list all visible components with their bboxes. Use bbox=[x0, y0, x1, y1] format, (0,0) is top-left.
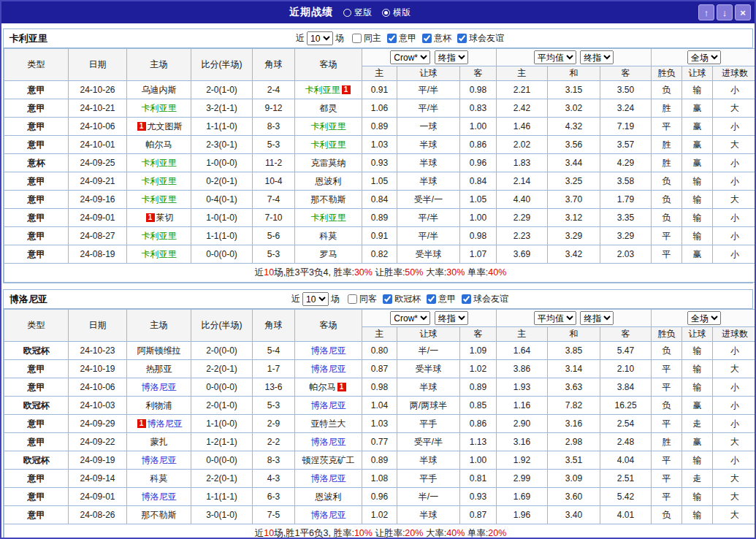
scope-select[interactable]: 全场 bbox=[687, 50, 721, 64]
result-handicap: 走 bbox=[682, 415, 713, 433]
away-team[interactable]: 博洛尼亚 bbox=[311, 400, 346, 410]
home-team[interactable]: 博洛尼亚 bbox=[142, 492, 177, 502]
checkbox-input[interactable] bbox=[348, 294, 357, 304]
home-cell: 1博洛尼亚 bbox=[127, 415, 191, 433]
view-mode-radio-vertical[interactable]: 竖版 bbox=[343, 7, 372, 19]
odds-away: 0.89 bbox=[460, 378, 497, 397]
match-date: 24-10-23 bbox=[69, 342, 127, 360]
corner-score: 7-5 bbox=[253, 506, 295, 524]
result-outcome: 负 bbox=[652, 81, 682, 99]
column-header-date: 日期 bbox=[69, 310, 127, 342]
home-team[interactable]: 博洛尼亚 bbox=[142, 382, 177, 392]
home-team[interactable]: 卡利亚里 bbox=[142, 158, 177, 168]
checkbox-input[interactable] bbox=[427, 294, 436, 304]
away-cell: 卡利亚里 bbox=[295, 118, 362, 136]
filter-checkbox[interactable]: 同主 bbox=[352, 32, 381, 45]
odds-away: 0.93 bbox=[460, 488, 497, 506]
summary-part: 近 bbox=[255, 267, 264, 278]
odds-away: 0.83 bbox=[460, 99, 497, 118]
company-select[interactable]: Crow* bbox=[390, 50, 430, 64]
league-type: 意甲 bbox=[4, 245, 69, 264]
average-select[interactable]: 平均值 bbox=[534, 50, 576, 64]
average-select[interactable]: 平均值 bbox=[534, 311, 576, 325]
corner-score: 5-6 bbox=[253, 227, 295, 245]
final-index-select-2[interactable]: 终指 bbox=[580, 50, 614, 64]
filter-checkbox[interactable]: 意杯 bbox=[422, 32, 451, 45]
filter-checkbox[interactable]: 球会友谊 bbox=[457, 32, 504, 45]
match-date: 24-09-19 bbox=[69, 451, 127, 470]
result-handicap: 赢 bbox=[682, 99, 713, 118]
league-type: 意甲 bbox=[4, 506, 69, 524]
recent-results-window: 近期战绩 竖版 横版 ↑ ↓ × 卡利亚里 近 10 场 同主意甲意杯球会友谊 bbox=[0, 0, 756, 539]
away-cell: 博洛尼亚 bbox=[295, 470, 362, 488]
filter-checkbox[interactable]: 意甲 bbox=[427, 293, 456, 305]
final-index-select[interactable]: 终指 bbox=[435, 50, 468, 64]
away-team[interactable]: 博洛尼亚 bbox=[311, 437, 346, 447]
home-team[interactable]: 卡利亚里 bbox=[142, 103, 177, 113]
checkbox-input[interactable] bbox=[462, 294, 471, 304]
scroll-down-button[interactable]: ↓ bbox=[717, 4, 733, 20]
checkbox-input[interactable] bbox=[352, 34, 362, 43]
close-button[interactable]: × bbox=[735, 4, 751, 20]
league-type: 意甲 bbox=[4, 415, 69, 433]
home-team[interactable]: 卡利亚里 bbox=[142, 176, 177, 186]
away-team[interactable]: 博洛尼亚 bbox=[311, 364, 346, 374]
away-team: 顿涅茨克矿工 bbox=[302, 455, 355, 465]
away-team[interactable]: 博洛尼亚 bbox=[311, 510, 346, 520]
home-team[interactable]: 博洛尼亚 bbox=[142, 455, 177, 465]
home-team: 科莫 bbox=[150, 473, 168, 483]
away-team[interactable]: 卡利亚里 bbox=[311, 213, 346, 223]
rank-badge: 1 bbox=[137, 419, 146, 428]
away-team[interactable]: 博洛尼亚 bbox=[311, 345, 346, 356]
subcolumn-header: 和 bbox=[548, 327, 600, 342]
result-outcome: 负 bbox=[652, 209, 682, 227]
result-outcome: 平 bbox=[652, 470, 682, 488]
avg-draw: 3.63 bbox=[548, 378, 600, 397]
avg-draw: 3.02 bbox=[548, 99, 600, 118]
away-team: 都灵 bbox=[320, 103, 337, 113]
odds-away: 1.02 bbox=[460, 360, 497, 378]
company-select[interactable]: Crow* bbox=[390, 311, 430, 325]
handicap-line: 半球 bbox=[397, 451, 460, 470]
scroll-up-button[interactable]: ↑ bbox=[698, 4, 714, 20]
result-goals: 小 bbox=[713, 451, 756, 470]
view-mode-radio-horizontal[interactable]: 横版 bbox=[382, 7, 411, 19]
avg-away: 4.29 bbox=[600, 154, 652, 172]
away-team[interactable]: 卡利亚里 bbox=[311, 139, 346, 150]
checkbox-input[interactable] bbox=[383, 294, 392, 304]
filter-checkbox[interactable]: 意甲 bbox=[387, 32, 416, 45]
result-goals: 小 bbox=[713, 118, 756, 136]
result-outcome: 平 bbox=[652, 245, 682, 264]
checkbox-input[interactable] bbox=[457, 34, 467, 43]
home-team[interactable]: 卡利亚里 bbox=[142, 194, 177, 204]
filter-checkbox[interactable]: 球会友谊 bbox=[462, 293, 508, 305]
filter-checkbox[interactable]: 欧冠杯 bbox=[383, 293, 421, 305]
away-cell: 克雷莫纳 bbox=[295, 154, 362, 172]
summary-part: 10% bbox=[354, 528, 373, 538]
home-team[interactable]: 博洛尼亚 bbox=[148, 418, 183, 429]
avg-draw: 7.82 bbox=[548, 397, 600, 415]
away-team[interactable]: 卡利亚里 bbox=[305, 85, 340, 95]
filter-checkbox[interactable]: 同客 bbox=[348, 293, 377, 305]
away-team[interactable]: 博洛尼亚 bbox=[311, 473, 346, 483]
corner-score: 4-3 bbox=[253, 470, 295, 488]
final-index-select[interactable]: 终指 bbox=[435, 311, 468, 325]
home-team: 乌迪内斯 bbox=[142, 85, 177, 95]
final-index-select-2[interactable]: 终指 bbox=[580, 311, 614, 325]
handicap-line: 一球 bbox=[397, 118, 460, 136]
result-outcome: 负 bbox=[652, 397, 682, 415]
match-row: 意甲24-09-01博洛尼亚1-1(1-1)6-3恩波利0.96半/一0.931… bbox=[4, 488, 756, 506]
away-team[interactable]: 卡利亚里 bbox=[311, 121, 346, 131]
handicap-line: 受半球 bbox=[397, 245, 460, 264]
match-count-select[interactable]: 10 bbox=[307, 31, 333, 45]
avg-home: 3.86 bbox=[497, 360, 548, 378]
home-team[interactable]: 卡利亚里 bbox=[142, 231, 177, 241]
scope-select[interactable]: 全场 bbox=[687, 311, 721, 325]
match-count-select[interactable]: 10 bbox=[302, 292, 329, 306]
avg-home: 1.92 bbox=[497, 451, 548, 470]
away-cell: 帕尔马1 bbox=[295, 378, 362, 397]
checkbox-input[interactable] bbox=[422, 34, 432, 43]
home-team[interactable]: 卡利亚里 bbox=[142, 249, 177, 259]
checkbox-input[interactable] bbox=[387, 34, 397, 43]
result-outcome: 平 bbox=[652, 360, 682, 378]
